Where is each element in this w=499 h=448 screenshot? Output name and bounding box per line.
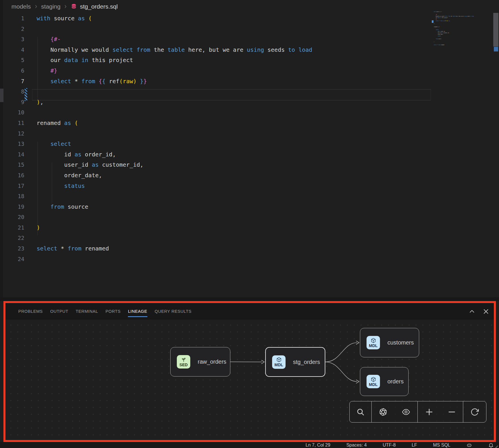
eye-button[interactable]	[402, 408, 410, 416]
search-button[interactable]	[356, 408, 365, 416]
code-token: select from	[112, 46, 154, 53]
code-line[interactable]: 22	[0, 233, 432, 243]
node-label: orders	[387, 378, 404, 385]
database-icon	[71, 3, 77, 10]
code-token: select	[436, 29, 439, 30]
maximize-panel-button[interactable]	[469, 308, 475, 315]
line-number: 13	[0, 139, 24, 149]
code-line[interactable]: 12	[0, 128, 432, 139]
status-item-lf[interactable]: LF	[412, 443, 417, 448]
code-line[interactable]: 23select * from renamed	[0, 243, 432, 254]
code-token: as	[92, 161, 102, 168]
code-line[interactable]: 17 status	[0, 181, 432, 191]
code-line[interactable]: 1with source as (	[0, 13, 432, 24]
minimap-line	[434, 46, 488, 47]
code-token	[37, 140, 50, 147]
code-line[interactable]: 20	[0, 212, 432, 222]
code-lines[interactable]: 1with source as (23 {#-4 Normally we wou…	[0, 13, 432, 264]
lineage-node-raw_orders[interactable]: SEDraw_orders	[170, 347, 230, 377]
code-token: the	[451, 16, 453, 17]
robot-icon[interactable]	[466, 442, 472, 448]
code-token: }	[449, 20, 450, 21]
code-line[interactable]: 5 our data in this project	[0, 55, 432, 65]
minimap[interactable]: with source as ( {#- Normally we would s…	[434, 11, 490, 54]
code-token: from	[50, 203, 68, 210]
close-panel-button[interactable]	[483, 308, 489, 315]
code-token: data in	[64, 57, 92, 63]
node-label: customers	[387, 339, 414, 346]
lineage-node-orders[interactable]: MDLorders	[360, 367, 409, 396]
breadcrumb-item-staging[interactable]: staging	[41, 3, 61, 10]
code-token	[434, 38, 436, 39]
code-token: here, but we are	[456, 16, 464, 17]
lineage-node-customers[interactable]: MDLcustomers	[360, 328, 419, 357]
node-badge: MDL	[272, 355, 286, 369]
code-token: order_date,	[37, 172, 102, 179]
code-line[interactable]: 6 #}	[0, 65, 432, 76]
code-line[interactable]: 15 user_id as customer_id,	[0, 160, 432, 170]
lineage-canvas[interactable]: SEDraw_ordersMDLstg_ordersMDLcustomersMD…	[5, 320, 494, 440]
code-line[interactable]: 11renamed as (	[0, 118, 432, 128]
close-icon	[483, 308, 489, 315]
code-line[interactable]: 16 order_date,	[0, 170, 432, 181]
code-line[interactable]: 9),	[0, 97, 432, 107]
code-line[interactable]: 4 Normally we would select from the tabl…	[0, 45, 432, 55]
code-line[interactable]: 7 select * from {{ ref(raw) }}	[0, 76, 432, 87]
code-token: select	[37, 245, 61, 252]
panel-tab-lineage[interactable]: LINEAGE	[128, 303, 147, 320]
code-token: ,	[40, 99, 43, 105]
status-item-ln-7-col-29[interactable]: Ln 7, Col 29	[306, 443, 330, 448]
node-badge-label: MDL	[274, 363, 283, 367]
code-token: *	[74, 78, 81, 85]
bell-icon[interactable]	[488, 442, 494, 448]
status-item-utf-8[interactable]: UTF-8	[383, 443, 396, 448]
code-token: as	[78, 15, 88, 22]
code-token: }	[143, 78, 147, 85]
code-token: {#-	[436, 14, 437, 15]
lineage-node-stg_orders[interactable]: MDLstg_orders	[265, 347, 325, 377]
panel-tab-output[interactable]: OUTPUT	[50, 303, 68, 320]
code-token: ,	[434, 23, 435, 24]
code-token: from	[438, 45, 441, 45]
code-line[interactable]: 2	[0, 24, 432, 34]
minus-button[interactable]	[447, 408, 456, 416]
status-item-spaces-4[interactable]: Spaces: 4	[346, 443, 367, 448]
code-line[interactable]: 14 id as order_id,	[0, 149, 432, 160]
panel-tab-terminal[interactable]: TERMINAL	[76, 303, 98, 320]
refresh-button[interactable]	[470, 408, 479, 416]
code-line[interactable]: 13 select	[0, 139, 432, 149]
panel-tab-ports[interactable]: PORTS	[106, 303, 121, 320]
toolbar-group	[463, 401, 486, 422]
panel-tab-problems[interactable]: PROBLEMS	[18, 303, 43, 320]
breadcrumb-file-name[interactable]: stg_orders.sql	[80, 3, 118, 10]
code-line[interactable]: 10	[0, 107, 432, 118]
code-token: #}	[50, 67, 57, 74]
code-editor[interactable]: modelsstagingstg_orders.sql 1with source…	[0, 0, 499, 299]
code-line[interactable]: 3 {#-	[0, 34, 432, 45]
plus-button[interactable]	[425, 408, 433, 416]
code-line[interactable]: 8	[0, 86, 432, 97]
aperture-button[interactable]	[379, 408, 387, 416]
breadcrumb-item-models[interactable]: models	[11, 3, 31, 10]
chevron-up-icon	[469, 308, 475, 315]
minus-icon	[447, 408, 456, 416]
panel-tab-query-results[interactable]: QUERY RESULTS	[155, 303, 192, 320]
scrollbar-thumb[interactable]	[493, 13, 498, 47]
code-token	[434, 29, 436, 30]
code-token: raw	[123, 78, 133, 85]
code-line[interactable]: 18	[0, 191, 432, 202]
overview-ruler-modified-decoration	[494, 47, 498, 51]
code-token: {	[102, 78, 109, 85]
code-token	[37, 36, 50, 43]
line-number: 2	[0, 24, 24, 34]
editor-scrollbar[interactable]	[493, 0, 499, 299]
code-token: *	[61, 245, 68, 252]
code-line[interactable]: 19 from source	[0, 202, 432, 212]
line-number: 11	[0, 118, 24, 128]
code-line[interactable]: 24	[0, 254, 432, 264]
code-line[interactable]: 21)	[0, 222, 432, 233]
node-badge-label: MDL	[369, 383, 377, 387]
code-token: user_id	[37, 161, 92, 168]
status-item-ms-sql[interactable]: MS SQL	[433, 443, 450, 448]
code-token: using	[464, 16, 467, 17]
